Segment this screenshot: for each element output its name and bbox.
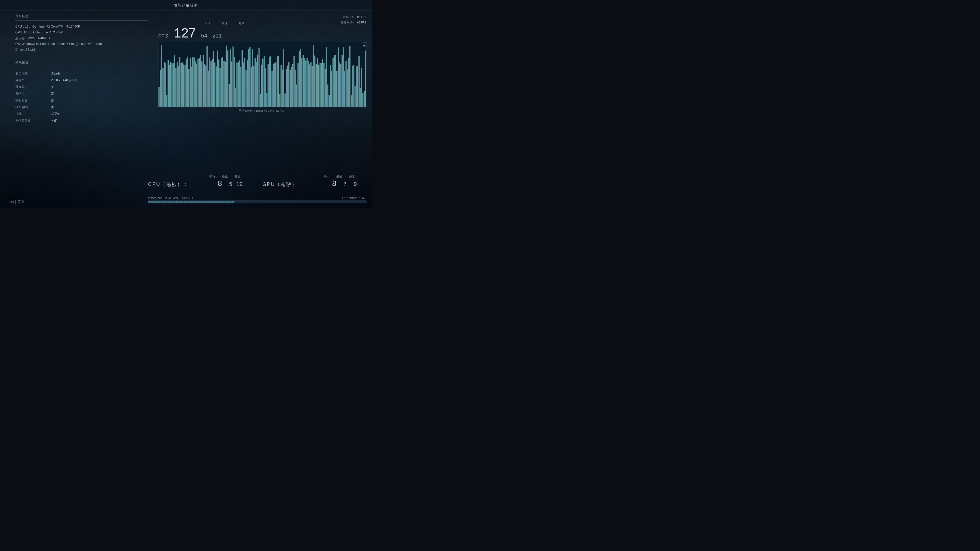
close-label: 关闭 bbox=[18, 200, 24, 204]
svg-rect-50 bbox=[222, 57, 223, 107]
svg-rect-137 bbox=[335, 56, 336, 107]
cpu-min-value: 5 bbox=[222, 181, 232, 187]
svg-rect-155 bbox=[358, 56, 360, 107]
cpu-label: CPU（毫秒）： bbox=[148, 181, 209, 188]
svg-rect-12 bbox=[173, 63, 174, 107]
svg-rect-26 bbox=[191, 67, 192, 107]
svg-rect-149 bbox=[351, 95, 352, 107]
svg-rect-82 bbox=[264, 56, 265, 107]
svg-rect-127 bbox=[322, 59, 323, 107]
cpu-avg-value: 8 bbox=[209, 179, 222, 188]
svg-rect-135 bbox=[332, 58, 334, 107]
svg-rect-48 bbox=[220, 68, 221, 107]
svg-rect-34 bbox=[201, 62, 203, 107]
svg-rect-130 bbox=[326, 47, 327, 107]
settings-label: 窗口模式 bbox=[15, 70, 51, 77]
svg-rect-19 bbox=[182, 62, 183, 107]
cpu-stats-block: 平均 最低 最高 CPU（毫秒）： 8 5 19 bbox=[148, 175, 252, 188]
svg-rect-83 bbox=[265, 68, 266, 107]
settings-row: 分辨率2560 x 1440 (x1.00) bbox=[15, 77, 148, 83]
svg-rect-94 bbox=[279, 94, 280, 107]
gpu-col-max: 最高 bbox=[349, 175, 355, 179]
svg-rect-59 bbox=[234, 57, 235, 107]
cpu-col-max: 最高 bbox=[235, 175, 240, 179]
settings-row: 反锯齿高 bbox=[15, 90, 148, 97]
cpu-col-min: 最低 bbox=[222, 175, 228, 179]
svg-rect-109 bbox=[299, 51, 300, 107]
svg-rect-160 bbox=[365, 51, 366, 107]
display-info: 显示器：VX2731-4K-HD bbox=[15, 35, 148, 41]
svg-rect-131 bbox=[327, 84, 328, 107]
svg-rect-51 bbox=[223, 61, 224, 107]
settings-value: 无边框 bbox=[51, 70, 148, 77]
fps-col-avg-label: 平均 bbox=[199, 21, 216, 25]
svg-rect-128 bbox=[323, 63, 325, 107]
svg-rect-61 bbox=[236, 62, 238, 107]
rendered-frames-info: 已渲染帧数：10805 帧，耗时 57 秒。 bbox=[158, 109, 366, 113]
svg-rect-105 bbox=[293, 56, 295, 107]
game-settings-section: 游戏设置 窗口模式无边框分辨率2560 x 1440 (x1.00)垂直同步关反… bbox=[15, 60, 148, 124]
svg-rect-124 bbox=[318, 65, 320, 107]
svg-rect-103 bbox=[291, 67, 292, 107]
settings-row: 垂直同步关 bbox=[15, 84, 148, 90]
esc-key[interactable]: Esc bbox=[8, 200, 16, 204]
svg-rect-106 bbox=[295, 70, 296, 107]
svg-rect-132 bbox=[328, 95, 330, 107]
svg-rect-21 bbox=[185, 65, 186, 107]
system-info-section: 系统信息 CPU：13th Gen Intel(R) Core(TM) i5-1… bbox=[15, 14, 148, 53]
svg-rect-22 bbox=[186, 59, 187, 107]
svg-rect-39 bbox=[208, 71, 209, 107]
settings-label: 画面质量 bbox=[15, 97, 51, 104]
svg-rect-158 bbox=[363, 93, 364, 107]
svg-rect-100 bbox=[287, 65, 288, 107]
svg-rect-107 bbox=[296, 84, 298, 107]
settings-value: 高 bbox=[51, 90, 148, 97]
vram-section: VRAM (NVIDIA GeForce RTX 4070) 4767 MB/1… bbox=[148, 197, 366, 203]
svg-rect-101 bbox=[288, 62, 290, 107]
svg-rect-42 bbox=[212, 59, 213, 107]
percentile-01-label: 最低 0.1%： bbox=[341, 21, 356, 24]
cpu-max-value: 19 bbox=[232, 181, 242, 187]
fps-col-max-label: 最高 bbox=[233, 21, 250, 25]
settings-row: 视野100% bbox=[15, 110, 148, 117]
svg-rect-148 bbox=[349, 46, 351, 107]
svg-rect-147 bbox=[348, 58, 349, 107]
close-button[interactable]: Esc 关闭 bbox=[8, 200, 24, 204]
settings-value: 关闭 bbox=[51, 118, 148, 124]
game-settings-title: 游戏设置 bbox=[15, 60, 148, 65]
svg-rect-45 bbox=[216, 67, 217, 107]
svg-rect-14 bbox=[175, 68, 177, 107]
svg-rect-123 bbox=[317, 58, 318, 107]
vram-label: VRAM (NVIDIA GeForce RTX 4070) bbox=[148, 197, 193, 200]
svg-rect-136 bbox=[334, 55, 335, 107]
svg-rect-8 bbox=[168, 60, 169, 107]
cpu-info: CPU：13th Gen Intel(R) Core(TM) i5-13490F bbox=[15, 24, 148, 30]
svg-rect-156 bbox=[360, 88, 361, 107]
svg-rect-1 bbox=[159, 87, 160, 107]
svg-rect-64 bbox=[240, 67, 242, 107]
svg-rect-47 bbox=[218, 59, 220, 107]
svg-rect-104 bbox=[292, 64, 293, 107]
svg-rect-93 bbox=[278, 56, 279, 107]
svg-rect-10 bbox=[170, 62, 172, 107]
svg-rect-89 bbox=[273, 64, 274, 107]
svg-rect-17 bbox=[179, 57, 180, 107]
settings-value: 2560 x 1440 (x1.00) bbox=[51, 77, 148, 83]
vram-current: 4767 MB/12026 MB bbox=[342, 197, 366, 200]
svg-rect-140 bbox=[339, 62, 340, 107]
svg-rect-157 bbox=[361, 68, 363, 107]
settings-row: 自适应质量关闭 bbox=[15, 118, 148, 124]
fps-min-value: 54 bbox=[201, 32, 207, 39]
svg-rect-125 bbox=[320, 63, 321, 107]
svg-rect-108 bbox=[298, 63, 299, 107]
svg-rect-33 bbox=[200, 55, 201, 107]
svg-rect-9 bbox=[169, 65, 170, 107]
svg-rect-111 bbox=[301, 58, 303, 107]
svg-rect-4 bbox=[162, 68, 164, 107]
svg-rect-41 bbox=[210, 61, 212, 107]
svg-rect-117 bbox=[309, 65, 310, 107]
svg-rect-138 bbox=[336, 71, 338, 107]
svg-rect-69 bbox=[247, 60, 248, 107]
svg-rect-126 bbox=[321, 63, 322, 107]
svg-rect-139 bbox=[338, 48, 339, 107]
